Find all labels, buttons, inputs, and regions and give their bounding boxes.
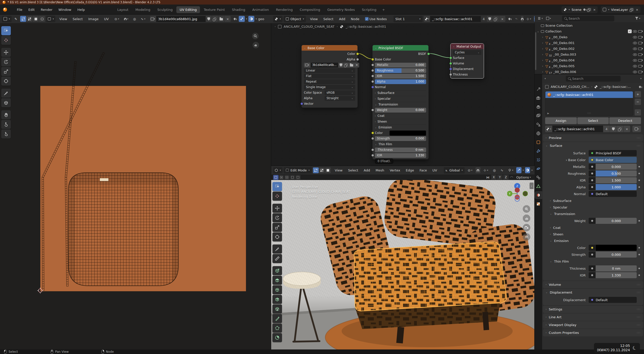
value-slider-strength[interactable]: Strength0.000 — [375, 136, 426, 141]
properties-tab-texture[interactable] — [535, 200, 542, 207]
tab-layout[interactable]: Layout — [114, 6, 132, 13]
fake-user-button[interactable] — [206, 16, 212, 22]
outliner-row-collection[interactable]: ⌄Collection✓ — [535, 28, 644, 34]
duplicate-material-button[interactable] — [617, 126, 623, 132]
decorator-dot[interactable] — [637, 180, 642, 181]
box-select-extend[interactable] — [279, 175, 284, 180]
image-name-field[interactable]: 3b1d4e00ca6b... — [311, 63, 338, 67]
value-slider-ior[interactable]: IOR1.330 — [375, 153, 426, 158]
node-socket[interactable] — [449, 73, 452, 76]
properties-tab-data[interactable] — [535, 183, 542, 190]
fake-user-button[interactable] — [487, 16, 493, 22]
uv-tool-cursor[interactable] — [1, 36, 11, 45]
uv-menu-image[interactable]: Image — [86, 16, 101, 22]
snap-mode-button[interactable]: ⊹▾ — [482, 168, 490, 173]
properties-tab-modifiers[interactable] — [535, 148, 542, 155]
value-slider[interactable]: 0 nm — [596, 265, 637, 271]
panel-header-volume[interactable]: ›Volume∷∷ — [543, 281, 643, 288]
node-socket[interactable] — [371, 137, 374, 140]
node-socket[interactable] — [300, 102, 303, 105]
hide-in-viewport-icon[interactable] — [633, 48, 637, 50]
viewport-menu-select[interactable]: Select — [345, 167, 361, 173]
box-select-new[interactable] — [273, 175, 278, 180]
unlink-button[interactable]: × — [354, 63, 359, 67]
duplicate-image-button[interactable] — [212, 16, 218, 22]
node-socket[interactable] — [371, 58, 374, 61]
node-input-field[interactable]: Base Color — [589, 157, 637, 163]
node-input-field[interactable]: Default — [589, 191, 637, 197]
box-select-subtract[interactable] — [284, 175, 290, 180]
unlink-image-button[interactable]: × — [225, 16, 231, 22]
users-count[interactable]: 4 — [603, 126, 610, 132]
mode-select[interactable]: Edit Mode▾ — [284, 167, 312, 173]
use-nodes-checkbox[interactable]: ✓ Use Nodes — [363, 16, 388, 22]
viewport-tool-knife[interactable] — [272, 314, 282, 323]
mesh-select-mode-face[interactable] — [325, 167, 331, 173]
value-slider[interactable]: 1.330 — [596, 272, 637, 278]
material-browse-button[interactable]: ▾ — [424, 16, 430, 22]
mesh-select-mode-edge[interactable] — [319, 167, 325, 173]
viewport-tool-loop-cut[interactable] — [272, 304, 282, 313]
panel-header-line-art[interactable]: ›Line Art∷∷ — [543, 313, 643, 321]
add-slot-button[interactable]: + — [635, 91, 641, 97]
select-flat[interactable]: Flat⌄ — [304, 74, 355, 79]
viewport-tool-inset[interactable] — [272, 285, 282, 294]
disclosure-caret[interactable]: › — [541, 47, 544, 50]
uv-menu-select[interactable]: Select — [70, 16, 86, 22]
panel-header-settings[interactable]: ›Settings∷∷ — [543, 306, 643, 313]
hide-in-viewport-icon[interactable] — [633, 42, 637, 44]
tab-uv-editing[interactable]: UV Editing — [176, 6, 200, 13]
pin-icon[interactable] — [583, 8, 586, 11]
panel-header-displacement[interactable]: ⌄Displacement∷∷ — [543, 289, 643, 296]
viewport-menu-face[interactable]: Face — [417, 167, 430, 173]
uv-zoom-gizmo[interactable] — [252, 33, 259, 39]
node-menu-node[interactable]: Node — [348, 16, 362, 22]
subpanel-specular[interactable]: ›Specular — [550, 204, 642, 210]
node-principled-bsdf[interactable]: ⌄Principled BSDFBSDFBase ColorMetallic0.… — [372, 45, 429, 159]
node-header[interactable]: ⌄Material Output — [451, 44, 484, 49]
material-users-count[interactable]: 4 — [481, 16, 487, 22]
outliner-search-input[interactable]: Search — [562, 16, 614, 21]
viewport-tool-extrude[interactable] — [272, 276, 282, 285]
uv-gizmos-toggle[interactable] — [239, 16, 245, 22]
shader-type-select[interactable]: Object▾ — [284, 16, 306, 22]
uv-tool-relax[interactable] — [1, 120, 11, 129]
mirror-axis-x[interactable]: X — [491, 175, 497, 180]
viewport-tool-spin[interactable] — [272, 333, 282, 342]
subpanel-transmission[interactable]: ⌄Transmission — [550, 211, 642, 217]
snap-toggle[interactable] — [475, 167, 480, 173]
tab-compositing[interactable]: Compositing — [296, 6, 324, 13]
uv-tool-annotate[interactable] — [1, 89, 11, 98]
exclude-checkbox[interactable]: ✓ — [628, 29, 632, 33]
select-repeat[interactable]: Repeat⌄ — [304, 79, 355, 84]
select-linear[interactable]: Linear⌄ — [304, 68, 355, 73]
disable-in-render-icon[interactable] — [638, 71, 642, 73]
viewport-tool-select-box[interactable] — [272, 182, 282, 191]
uv-snap-button[interactable]: ▾ — [122, 17, 130, 21]
viewport-menu-add[interactable]: Add — [361, 167, 373, 173]
node-header[interactable]: ⌄Base Color — [302, 45, 357, 51]
node-pin-icon[interactable] — [507, 17, 512, 21]
node-socket[interactable] — [371, 109, 374, 112]
disclosure-caret[interactable]: › — [541, 70, 544, 73]
tab-shading[interactable]: Shading — [229, 6, 249, 13]
node-socket[interactable] — [371, 80, 374, 83]
tab-modeling[interactable]: Modeling — [132, 6, 153, 13]
node-material-output[interactable]: ⌄Material OutputCycles⌄SurfaceVolumeDisp… — [450, 43, 484, 79]
select-single-image[interactable]: Single Image⌄ — [304, 85, 355, 90]
uv-proportional-edit-icon[interactable]: ◎ — [131, 16, 138, 22]
outliner-display-mode-button[interactable]: ▾ — [545, 16, 552, 20]
uv-select-mode-edge[interactable] — [26, 16, 32, 22]
node-socket[interactable] — [356, 53, 359, 55]
slot-list-expand[interactable]: ▶ — [547, 112, 549, 115]
unlink-material-button[interactable]: × — [624, 126, 630, 132]
uv-menu-view[interactable]: View — [57, 16, 70, 22]
panel-header-surface[interactable]: ⌄Surface∷∷ — [543, 142, 643, 149]
node-socket[interactable] — [371, 132, 374, 134]
viewport-menu-mesh[interactable]: Mesh — [373, 167, 387, 173]
outliner-row--00-deko-006[interactable]: ›▽17_00_Deko.006 — [535, 69, 644, 74]
decorator-dot[interactable] — [637, 254, 642, 255]
value-slider-weight[interactable]: Weight0.000 — [375, 108, 426, 113]
viewport-tool-poly-build[interactable] — [272, 324, 282, 333]
node-socket[interactable] — [427, 53, 430, 55]
